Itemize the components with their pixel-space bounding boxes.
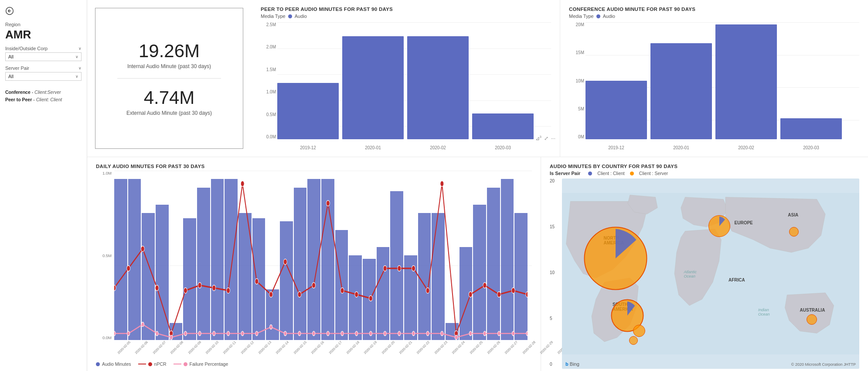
daily-x-label: 2020-02-07 (152, 340, 166, 354)
server-pair-select[interactable]: All ∨ (5, 72, 82, 81)
more-icon[interactable]: ··· (551, 135, 555, 141)
dropdown-chevron-icon-2: ∨ (75, 74, 78, 79)
daily-x-label: 2020-02-27 (504, 340, 518, 354)
x-label: 2020-01 (650, 145, 712, 150)
daily-chart-title: DAILY AUDIO MINUTES FOR PAST 30 DAYS (96, 164, 532, 169)
bar-group (472, 22, 534, 139)
kpi-card: 19.26M Internal Audio Minute (past 30 da… (95, 8, 243, 149)
chevron-icon: ∨ (78, 46, 82, 51)
daily-bar (390, 191, 403, 340)
conference-chart-panel: CONFERENCE AUDIO MINUTE FOR PAST 90 DAYS… (560, 0, 868, 157)
daily-bar (363, 259, 376, 340)
daily-x-label: 2020-02-09 (187, 340, 201, 354)
expand-icon[interactable]: ⤢ (544, 135, 548, 141)
daily-chart-legend: Audio Minutes nPCR Failure Percentage (96, 361, 532, 367)
daily-bar (377, 247, 390, 340)
p2p-chart-icons: ⊿3 ⤢ ··· (535, 135, 555, 141)
region-label: Region AMR (5, 22, 82, 41)
daily-chart-panel: DAILY AUDIO MINUTES FOR PAST 30 DAYS 1.0… (87, 157, 541, 371)
daily-bar (252, 218, 266, 340)
daily-x-labels: 2020-02-052020-02-062020-02-072020-02-08… (114, 346, 528, 350)
x-label: 2020-02 (715, 145, 777, 150)
inside-outside-select[interactable]: All ∨ (5, 52, 82, 61)
daily-x-label: 2020-02-15 (293, 340, 307, 354)
bar (715, 24, 777, 139)
daily-bar (238, 213, 252, 340)
daily-bar (280, 221, 293, 340)
bar (407, 36, 469, 139)
inside-outside-filter-group: Inside/Outside Corp ∨ All ∨ (5, 46, 82, 61)
daily-x-label: 2020-02-17 (328, 340, 342, 354)
map-container: NORTHAMERICA SOUTHAMERICA EUROPE AFRICA … (562, 179, 859, 369)
daily-bar (460, 247, 473, 340)
x-label: 2020-01 (342, 145, 404, 150)
daily-x-label: 2020-02-22 (416, 340, 430, 354)
failure-dot (184, 362, 187, 366)
map-panel: AUDIO MINUTES BY COUNTRY FOR PAST 90 DAY… (541, 157, 868, 371)
dropdown-chevron-icon: ∨ (75, 55, 78, 59)
conference-chart-title: CONFERENCE AUDIO MINUTE FOR PAST 90 DAYS (569, 7, 859, 12)
filter-icon[interactable]: ⊿3 (535, 135, 541, 141)
daily-bar (473, 205, 486, 340)
p2p-chart-title: PEER TO PEER AUDIO MINUTES FOR PAST 90 D… (261, 7, 551, 12)
daily-x-label: 2020-02-11 (222, 340, 237, 354)
conference-y-axis: 20M 15M 10M 5M 0M (569, 22, 584, 139)
europe-pie (708, 215, 730, 237)
client-client-dot (588, 172, 592, 175)
daily-bar (266, 289, 279, 340)
bar-group (780, 22, 842, 139)
daily-bar (404, 255, 417, 340)
daily-bar (156, 205, 169, 340)
daily-y-axis: 1.0M 0.5M 0.0M (96, 171, 113, 340)
bottom-row: DAILY AUDIO MINUTES FOR PAST 30 DAYS 1.0… (87, 157, 868, 371)
daily-bar (114, 179, 127, 340)
client-server-dot (630, 172, 634, 175)
daily-x-label: 2020-02-18 (345, 340, 360, 354)
p2p-x-labels: 2019-122020-012020-022020-03 (277, 145, 534, 150)
x-label: 2020-03 (780, 145, 842, 150)
daily-x-label: 2020-02-13 (258, 340, 272, 354)
daily-bar (142, 213, 155, 340)
inside-outside-label: Inside/Outside Corp ∨ (5, 46, 82, 51)
daily-bar (335, 230, 348, 340)
daily-bar (183, 218, 196, 340)
daily-bar (446, 323, 459, 340)
bar (472, 113, 534, 139)
asia-bubble (789, 227, 799, 237)
daily-x-label: 2020-02-24 (451, 340, 466, 354)
kpi-block-external: 4.74M External Audio Minute (past 30 day… (104, 79, 234, 125)
daily-bar (349, 255, 362, 340)
bar-group (715, 22, 777, 139)
daily-x-label: 2020-02-12 (240, 340, 254, 354)
conference-legend-dot (596, 14, 600, 18)
kpi-block-internal: 19.26M Internal Audio Minute (past 30 da… (104, 32, 234, 78)
daily-x-label: 2020-02-10 (204, 340, 219, 354)
npcr-dot (148, 362, 152, 366)
sa-bubble-3 (629, 336, 638, 345)
daily-bars (114, 171, 528, 340)
bar-group (585, 22, 647, 139)
daily-x-label: 2020-02-21 (398, 340, 413, 354)
p2p-y-axis: 2.5M 2.0M 1.5M 1.0M 0.5M 0.0M (261, 22, 276, 139)
failure-legend: Failure Percentage (174, 361, 228, 367)
sidebar-legend: Conference - Client:Server Peer to Peer … (5, 89, 82, 103)
daily-bar (128, 179, 141, 340)
australia-bubble (807, 314, 817, 325)
daily-bar (514, 213, 528, 340)
daily-x-label: 2020-02-14 (275, 340, 289, 354)
bar-group (342, 22, 404, 139)
daily-bar (307, 179, 320, 340)
dashboard: Region AMR Inside/Outside Corp ∨ All ∨ S… (0, 0, 868, 371)
back-button[interactable] (5, 7, 82, 15)
daily-bar (170, 323, 183, 340)
failure-line-icon (174, 364, 181, 364)
daily-x-label: 2020-02-06 (134, 340, 149, 354)
p2p-chart-legend: Media Type Audio (261, 14, 551, 19)
daily-bar (501, 179, 514, 340)
daily-x-label: 2020-02-16 (310, 340, 325, 354)
npcr-line-icon (138, 364, 146, 364)
main-content: 19.26M Internal Audio Minute (past 30 da… (87, 0, 868, 371)
p2p-chart-area: 2.5M 2.0M 1.5M 1.0M 0.5M 0.0M (261, 22, 551, 152)
charts-top: PEER TO PEER AUDIO MINUTES FOR PAST 90 D… (252, 0, 868, 157)
npcr-legend: nPCR (138, 361, 167, 367)
